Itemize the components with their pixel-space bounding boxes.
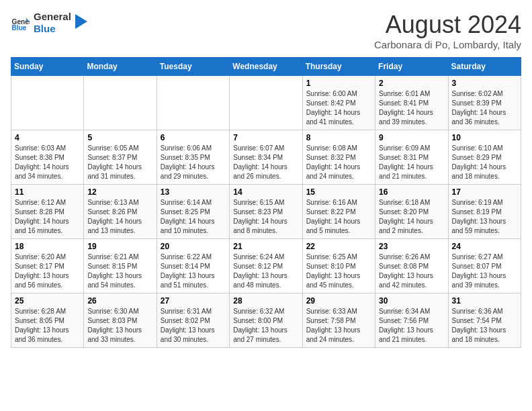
day-info: Sunrise: 6:34 AM Sunset: 7:56 PM Dayligh…	[379, 307, 444, 345]
day-cell: 22Sunrise: 6:25 AM Sunset: 8:10 PM Dayli…	[302, 239, 375, 293]
calendar-subtitle: Carbonara di Po, Lombardy, Italy	[374, 39, 521, 50]
day-info: Sunrise: 6:19 AM Sunset: 8:19 PM Dayligh…	[452, 198, 517, 236]
day-number: 14	[233, 187, 298, 197]
day-info: Sunrise: 6:26 AM Sunset: 8:08 PM Dayligh…	[379, 253, 444, 290]
week-row-5: 25Sunrise: 6:28 AM Sunset: 8:05 PM Dayli…	[11, 293, 521, 348]
day-cell: 6Sunrise: 6:06 AM Sunset: 8:35 PM Daylig…	[157, 130, 229, 185]
day-cell: 1Sunrise: 6:00 AM Sunset: 8:42 PM Daylig…	[302, 76, 375, 130]
day-cell	[157, 76, 229, 130]
day-info: Sunrise: 6:24 AM Sunset: 8:12 PM Dayligh…	[233, 253, 298, 290]
header-cell-saturday: Saturday	[448, 58, 521, 76]
calendar-title: August 2024	[374, 11, 521, 39]
day-cell: 31Sunrise: 6:36 AM Sunset: 7:54 PM Dayli…	[448, 293, 521, 348]
day-number: 23	[379, 242, 444, 251]
day-number: 26	[87, 296, 152, 306]
day-info: Sunrise: 6:22 AM Sunset: 8:14 PM Dayligh…	[161, 253, 226, 290]
day-info: Sunrise: 6:07 AM Sunset: 8:34 PM Dayligh…	[233, 144, 298, 181]
day-number: 28	[233, 296, 298, 306]
day-info: Sunrise: 6:18 AM Sunset: 8:20 PM Dayligh…	[379, 198, 444, 236]
day-cell: 28Sunrise: 6:32 AM Sunset: 8:00 PM Dayli…	[230, 293, 302, 348]
day-cell: 24Sunrise: 6:27 AM Sunset: 8:07 PM Dayli…	[448, 239, 521, 293]
day-cell	[11, 76, 84, 130]
day-cell: 19Sunrise: 6:21 AM Sunset: 8:15 PM Dayli…	[84, 239, 157, 293]
day-info: Sunrise: 6:20 AM Sunset: 8:17 PM Dayligh…	[15, 253, 80, 290]
svg-marker-3	[75, 14, 87, 29]
day-number: 2	[379, 79, 444, 88]
day-info: Sunrise: 6:08 AM Sunset: 8:32 PM Dayligh…	[306, 144, 371, 181]
day-info: Sunrise: 6:02 AM Sunset: 8:39 PM Dayligh…	[452, 89, 517, 127]
day-number: 30	[379, 296, 444, 306]
day-number: 10	[452, 133, 517, 142]
logo: General Blue General Blue	[11, 11, 87, 35]
day-info: Sunrise: 6:13 AM Sunset: 8:26 PM Dayligh…	[87, 198, 152, 236]
day-number: 7	[233, 133, 298, 142]
day-cell: 4Sunrise: 6:03 AM Sunset: 8:38 PM Daylig…	[11, 130, 84, 185]
day-number: 22	[306, 242, 371, 251]
day-number: 21	[233, 242, 298, 251]
day-number: 17	[452, 187, 517, 197]
day-cell: 25Sunrise: 6:28 AM Sunset: 8:05 PM Dayli…	[11, 293, 84, 348]
day-cell: 27Sunrise: 6:31 AM Sunset: 8:02 PM Dayli…	[157, 293, 229, 348]
day-info: Sunrise: 6:12 AM Sunset: 8:28 PM Dayligh…	[15, 198, 80, 236]
day-cell: 7Sunrise: 6:07 AM Sunset: 8:34 PM Daylig…	[230, 130, 302, 185]
day-cell: 3Sunrise: 6:02 AM Sunset: 8:39 PM Daylig…	[448, 76, 521, 130]
day-cell: 30Sunrise: 6:34 AM Sunset: 7:56 PM Dayli…	[375, 293, 448, 348]
day-info: Sunrise: 6:32 AM Sunset: 8:00 PM Dayligh…	[233, 307, 298, 345]
day-cell	[230, 76, 302, 130]
day-number: 13	[161, 187, 226, 197]
day-info: Sunrise: 6:31 AM Sunset: 8:02 PM Dayligh…	[161, 307, 226, 345]
day-info: Sunrise: 6:01 AM Sunset: 8:41 PM Dayligh…	[379, 89, 444, 127]
day-cell: 14Sunrise: 6:15 AM Sunset: 8:23 PM Dayli…	[230, 185, 302, 239]
day-info: Sunrise: 6:14 AM Sunset: 8:25 PM Dayligh…	[161, 198, 226, 236]
day-cell: 16Sunrise: 6:18 AM Sunset: 8:20 PM Dayli…	[375, 185, 448, 239]
header-row: SundayMondayTuesdayWednesdayThursdayFrid…	[11, 58, 521, 76]
day-info: Sunrise: 6:30 AM Sunset: 8:03 PM Dayligh…	[87, 307, 152, 345]
week-row-3: 11Sunrise: 6:12 AM Sunset: 8:28 PM Dayli…	[11, 185, 521, 239]
day-info: Sunrise: 6:33 AM Sunset: 7:58 PM Dayligh…	[306, 307, 371, 345]
day-number: 27	[161, 296, 226, 306]
day-cell: 20Sunrise: 6:22 AM Sunset: 8:14 PM Dayli…	[157, 239, 229, 293]
week-row-2: 4Sunrise: 6:03 AM Sunset: 8:38 PM Daylig…	[11, 130, 521, 185]
day-cell: 23Sunrise: 6:26 AM Sunset: 8:08 PM Dayli…	[375, 239, 448, 293]
day-info: Sunrise: 6:28 AM Sunset: 8:05 PM Dayligh…	[15, 307, 80, 345]
day-number: 19	[87, 242, 152, 251]
day-number: 4	[15, 133, 80, 142]
header-cell-thursday: Thursday	[302, 58, 375, 76]
day-number: 29	[306, 296, 371, 306]
day-cell: 5Sunrise: 6:05 AM Sunset: 8:37 PM Daylig…	[84, 130, 157, 185]
day-number: 8	[306, 133, 371, 142]
day-number: 5	[87, 133, 152, 142]
day-cell: 2Sunrise: 6:01 AM Sunset: 8:41 PM Daylig…	[375, 76, 448, 130]
day-cell	[84, 76, 157, 130]
day-number: 12	[87, 187, 152, 197]
day-info: Sunrise: 6:10 AM Sunset: 8:29 PM Dayligh…	[452, 144, 517, 181]
logo-arrow-icon	[75, 14, 87, 29]
day-info: Sunrise: 6:00 AM Sunset: 8:42 PM Dayligh…	[306, 89, 371, 127]
day-cell: 29Sunrise: 6:33 AM Sunset: 7:58 PM Dayli…	[302, 293, 375, 348]
day-number: 6	[161, 133, 226, 142]
day-cell: 10Sunrise: 6:10 AM Sunset: 8:29 PM Dayli…	[448, 130, 521, 185]
header-cell-wednesday: Wednesday	[230, 58, 302, 76]
day-cell: 12Sunrise: 6:13 AM Sunset: 8:26 PM Dayli…	[84, 185, 157, 239]
day-number: 1	[306, 79, 371, 88]
title-block: August 2024 Carbonara di Po, Lombardy, I…	[374, 11, 521, 50]
day-cell: 11Sunrise: 6:12 AM Sunset: 8:28 PM Dayli…	[11, 185, 84, 239]
header-cell-monday: Monday	[84, 58, 157, 76]
day-cell: 17Sunrise: 6:19 AM Sunset: 8:19 PM Dayli…	[448, 185, 521, 239]
svg-text:Blue: Blue	[12, 24, 27, 32]
day-info: Sunrise: 6:36 AM Sunset: 7:54 PM Dayligh…	[452, 307, 517, 345]
week-row-1: 1Sunrise: 6:00 AM Sunset: 8:42 PM Daylig…	[11, 76, 521, 130]
day-number: 31	[452, 296, 517, 306]
day-info: Sunrise: 6:05 AM Sunset: 8:37 PM Dayligh…	[87, 144, 152, 181]
day-cell: 26Sunrise: 6:30 AM Sunset: 8:03 PM Dayli…	[84, 293, 157, 348]
logo-icon: General Blue	[11, 13, 30, 32]
header-cell-tuesday: Tuesday	[157, 58, 229, 76]
day-info: Sunrise: 6:21 AM Sunset: 8:15 PM Dayligh…	[87, 253, 152, 290]
day-info: Sunrise: 6:16 AM Sunset: 8:22 PM Dayligh…	[306, 198, 371, 236]
header-cell-sunday: Sunday	[11, 58, 84, 76]
day-number: 20	[161, 242, 226, 251]
day-info: Sunrise: 6:27 AM Sunset: 8:07 PM Dayligh…	[452, 253, 517, 290]
day-cell: 15Sunrise: 6:16 AM Sunset: 8:22 PM Dayli…	[302, 185, 375, 239]
day-info: Sunrise: 6:06 AM Sunset: 8:35 PM Dayligh…	[161, 144, 226, 181]
day-number: 18	[15, 242, 80, 251]
